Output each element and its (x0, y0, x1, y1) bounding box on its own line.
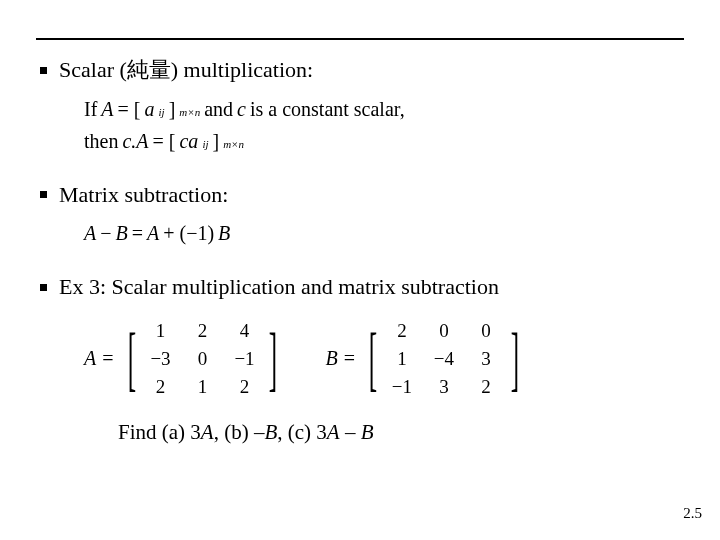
text: ] (169, 93, 176, 125)
text: – (340, 420, 361, 444)
cell: −3 (149, 348, 171, 370)
cell: −1 (391, 376, 413, 398)
cell: 1 (191, 376, 213, 398)
left-bracket-icon: [ (127, 330, 135, 388)
matrix-B: 2 0 0 1 −4 3 −1 3 2 (391, 320, 497, 398)
cell: 0 (191, 348, 213, 370)
cell: 2 (191, 320, 213, 342)
var-c: c (237, 93, 246, 125)
cell: 2 (149, 376, 171, 398)
text: ] (213, 125, 220, 157)
bullet-icon (40, 67, 47, 74)
text: , (c) 3 (277, 420, 327, 444)
right-bracket-icon: ] (511, 330, 519, 388)
cell: −4 (433, 348, 455, 370)
sub-ij: ij (202, 136, 208, 154)
cell: 4 (233, 320, 255, 342)
var-a: a (145, 93, 155, 125)
bullet-icon (40, 284, 47, 291)
text: = [ (118, 93, 141, 125)
slide-content: Scalar (純量) multiplication: If A = [ a i… (40, 50, 680, 445)
bullet-icon (40, 191, 47, 198)
var-A: A (201, 420, 214, 444)
text: and (204, 93, 233, 125)
var-cA: c.A (122, 125, 148, 157)
bullet-example-3: Ex 3: Scalar multiplication and matrix s… (40, 273, 680, 302)
cell: 2 (233, 376, 255, 398)
matrix-definitions: A = [ 1 2 4 −3 0 −1 2 1 2 ] B = [ 2 0 (84, 320, 680, 398)
scalar-definition: If A = [ a ij ] m×n and c is a constant … (84, 93, 680, 157)
text: is a constant scalar, (250, 93, 405, 125)
matrix-A: 1 2 4 −3 0 −1 2 1 2 (149, 320, 255, 398)
bullet-matrix-subtraction: Matrix subtraction: (40, 181, 680, 210)
var-B: B (264, 420, 277, 444)
matrix-B-label: B (325, 347, 337, 370)
matrix-A-group: A = [ 1 2 4 −3 0 −1 2 1 2 ] (84, 320, 285, 398)
cell: 0 (433, 320, 455, 342)
eq: = (344, 347, 355, 370)
scalar-def-line1: If A = [ a ij ] m×n and c is a constant … (84, 93, 680, 125)
cell: 2 (475, 376, 497, 398)
var-A: A (327, 420, 340, 444)
matrix-B-group: B = [ 2 0 0 1 −4 3 −1 3 2 ] (325, 320, 526, 398)
bullet-scalar-multiplication: Scalar (純量) multiplication: (40, 56, 680, 85)
subtraction-formula: A − B = A + (−1) B (84, 217, 680, 249)
matrix-A-label: A (84, 347, 96, 370)
plus: + (−1) (163, 217, 214, 249)
var-ca: ca (179, 125, 198, 157)
var-B: B (218, 217, 230, 249)
var-A: A (84, 217, 96, 249)
text: then (84, 125, 118, 157)
var-B: B (361, 420, 374, 444)
scalar-def-line2: then c.A = [ ca ij ] m×n (84, 125, 680, 157)
left-bracket-icon: [ (369, 330, 377, 388)
bullet-text: Ex 3: Scalar multiplication and matrix s… (59, 273, 499, 302)
subtraction-line: A − B = A + (−1) B (84, 217, 680, 249)
bullet-text: Matrix subtraction: (59, 181, 228, 210)
minus: − (100, 217, 111, 249)
text: = [ (153, 125, 176, 157)
cell: 1 (391, 348, 413, 370)
eq: = (102, 347, 113, 370)
var-A: A (147, 217, 159, 249)
bullet-text: Scalar (純量) multiplication: (59, 56, 313, 85)
cell: 2 (391, 320, 413, 342)
var-A: A (101, 93, 113, 125)
page-number: 2.5 (683, 505, 702, 522)
cell: 3 (475, 348, 497, 370)
sub-ij: ij (159, 104, 165, 122)
text: , (b) – (214, 420, 265, 444)
cell: −1 (233, 348, 255, 370)
horizontal-rule (36, 38, 684, 40)
cell: 1 (149, 320, 171, 342)
text: Find (a) 3 (118, 420, 201, 444)
eq: = (132, 217, 143, 249)
var-B: B (116, 217, 128, 249)
cell: 0 (475, 320, 497, 342)
right-bracket-icon: ] (269, 330, 277, 388)
text: If (84, 93, 97, 125)
cell: 3 (433, 376, 455, 398)
sub-mn: m×n (223, 136, 244, 154)
find-instruction: Find (a) 3A, (b) –B, (c) 3A – B (118, 420, 680, 445)
sub-mn: m×n (179, 104, 200, 122)
